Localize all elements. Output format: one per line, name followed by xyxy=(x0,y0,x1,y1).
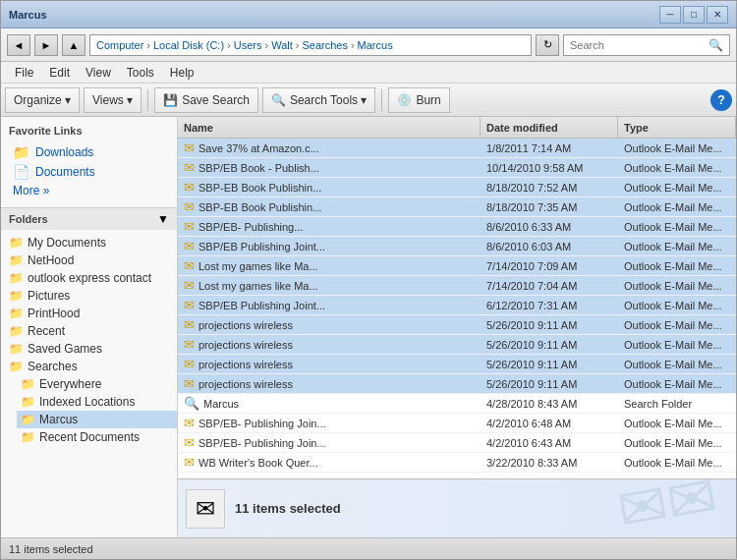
tree-item-savedgames[interactable]: 📁 Saved Games xyxy=(1,340,177,358)
cell-name: ✉ Save 37% at Amazon.c... xyxy=(178,140,481,155)
menu-bar: File Edit View Tools Help xyxy=(1,62,736,84)
email-icon: ✉ xyxy=(184,239,195,253)
organize-button[interactable]: Organize ▾ xyxy=(5,87,80,113)
toolbar: Organize ▾ Views ▾ 💾 Save Search 🔍 Searc… xyxy=(1,84,736,117)
toolbar-separator xyxy=(147,89,148,111)
save-search-icon: 💾 xyxy=(163,93,178,107)
table-row[interactable]: 🔍 Marcus 4/28/2010 8:43 AM Search Folder xyxy=(178,394,736,414)
table-row[interactable]: ✉ SBP/EB- Publishing Join... 4/2/2010 6:… xyxy=(178,414,736,433)
documents-icon: 📄 xyxy=(13,164,29,180)
menu-tools[interactable]: Tools xyxy=(119,64,162,82)
refresh-button[interactable]: ↻ xyxy=(536,34,559,56)
tree-item-everywhere[interactable]: 📁 Everywhere xyxy=(17,375,177,393)
search-input[interactable] xyxy=(570,39,709,51)
email-icon: ✉ xyxy=(184,199,195,214)
cell-name: ✉ SBP/EB Book - Publish... xyxy=(178,160,481,175)
fav-downloads[interactable]: 📁 Downloads xyxy=(9,142,169,162)
cell-date: 8/18/2010 7:52 AM xyxy=(481,182,618,194)
close-button[interactable]: ✕ xyxy=(707,6,728,24)
breadcrumb-walt[interactable]: Walt xyxy=(271,39,293,51)
cell-name: ✉ WB Writer's Book Quer... xyxy=(178,455,481,470)
up-button[interactable]: ▲ xyxy=(62,34,85,56)
folders-section: Folders ▼ 📁 My Documents 📁 NetHood xyxy=(1,207,177,450)
save-search-button[interactable]: 💾 Save Search xyxy=(154,87,258,113)
cell-date: 8/6/2010 6:03 AM xyxy=(481,241,618,252)
tree-item-outlook[interactable]: 📁 outlook express contact xyxy=(1,269,177,287)
tree-item-indexed[interactable]: 📁 Indexed Locations xyxy=(17,393,177,411)
table-row[interactable]: ✉ SBP-EB Book Publishin... 8/18/2010 7:5… xyxy=(178,178,736,197)
cell-type: Outlook E-Mail Me... xyxy=(618,418,736,429)
cell-date: 5/26/2010 9:11 AM xyxy=(481,359,618,370)
cell-date: 5/26/2010 9:11 AM xyxy=(481,378,618,390)
table-row[interactable]: ✉ SBP/EB Publishing Joint... 6/12/2010 7… xyxy=(178,296,736,315)
table-row[interactable]: ✉ projections wireless 5/26/2010 9:11 AM… xyxy=(178,335,736,355)
menu-view[interactable]: View xyxy=(78,64,119,82)
table-row[interactable]: ✉ SBP-EB Book Publishin... 8/18/2010 7:3… xyxy=(178,197,736,217)
file-name-text: Save 37% at Amazon.c... xyxy=(198,142,319,154)
right-panel: Name Date modified Type ✉ Save 37% at Am… xyxy=(178,117,736,537)
table-row[interactable]: ✉ Lost my games like Ma... 7/14/2010 7:0… xyxy=(178,256,736,276)
breadcrumb-users[interactable]: Users xyxy=(234,39,262,51)
folder-icon: 📁 xyxy=(9,324,24,338)
folder-icon: 📁 xyxy=(9,289,24,303)
tree-item-mydocs[interactable]: 📁 My Documents xyxy=(1,234,177,252)
menu-file[interactable]: File xyxy=(7,64,41,82)
tree-item-recent[interactable]: 📁 Recent xyxy=(1,322,177,340)
table-row[interactable]: ✉ WB Writer's Book Quer... 3/22/2010 8:3… xyxy=(178,453,736,473)
email-icon: ✉ xyxy=(184,219,195,234)
table-row[interactable]: ✉ Lost my games like Ma... 7/14/2010 7:0… xyxy=(178,276,736,296)
table-row[interactable]: ✉ SBP/EB Publishing Joint... 8/6/2010 6:… xyxy=(178,237,736,256)
cell-type: Outlook E-Mail Me... xyxy=(618,300,736,311)
maximize-button[interactable]: □ xyxy=(683,6,705,24)
burn-button[interactable]: 💿 Burn xyxy=(388,87,449,113)
menu-edit[interactable]: Edit xyxy=(41,64,78,82)
table-row[interactable]: ✉ Save 37% at Amazon.c... 1/8/2011 7:14 … xyxy=(178,139,736,158)
search-tools-button[interactable]: 🔍 Search Tools ▾ xyxy=(262,87,376,113)
forward-button[interactable]: ► xyxy=(34,34,58,56)
table-row[interactable]: ✉ projections wireless 5/26/2010 9:11 AM… xyxy=(178,355,736,374)
email-icon: ✉ xyxy=(184,278,195,293)
table-row[interactable]: ✉ SBP/EB Book - Publish... 10/14/2010 9:… xyxy=(178,158,736,178)
table-row[interactable]: ✉ projections wireless 5/26/2010 9:11 AM… xyxy=(178,315,736,335)
cell-name: ✉ SBP-EB Book Publishin... xyxy=(178,199,481,214)
address-path[interactable]: Computer › Local Disk (C:) › Users › Wal… xyxy=(89,34,532,56)
email-icon: ✉ xyxy=(184,376,195,391)
toolbar-separator-2 xyxy=(381,89,382,111)
cell-name: ✉ SBP/EB Publishing Joint... xyxy=(178,298,481,312)
fav-documents[interactable]: 📄 Documents xyxy=(9,162,169,182)
col-header-name[interactable]: Name xyxy=(178,117,481,138)
search-box[interactable]: 🔍 xyxy=(563,34,730,56)
file-name-text: SBP/EB- Publishing Join... xyxy=(198,418,326,429)
tree-item-printhood[interactable]: 📁 PrintHood xyxy=(1,305,177,322)
tree-item-searches[interactable]: 📁 Searches xyxy=(1,358,177,375)
more-link[interactable]: More » xyxy=(9,182,169,199)
folder-icon: 📁 xyxy=(21,377,35,391)
breadcrumb-localdisk[interactable]: Local Disk (C:) xyxy=(153,39,224,51)
tree-item-pictures[interactable]: 📁 Pictures xyxy=(1,287,177,305)
table-row[interactable]: ✉ SBP/EB- Publishing... 8/6/2010 6:33 AM… xyxy=(178,217,736,237)
tree-item-recentdocs[interactable]: 📁 Recent Documents xyxy=(17,428,177,446)
col-header-type[interactable]: Type xyxy=(618,117,736,138)
file-rows[interactable]: ✉ Save 37% at Amazon.c... 1/8/2011 7:14 … xyxy=(178,139,736,478)
title-bar: Marcus ─ □ ✕ xyxy=(1,1,736,28)
help-button[interactable]: ? xyxy=(710,89,732,111)
email-icon: ✉ xyxy=(184,258,195,273)
breadcrumb-marcus[interactable]: Marcus xyxy=(358,39,393,51)
folders-header[interactable]: Folders ▼ xyxy=(1,208,177,230)
cell-name: ✉ projections wireless xyxy=(178,317,481,332)
table-row[interactable]: ✉ SBP/EB- Publishing Join... 4/2/2010 6:… xyxy=(178,433,736,453)
breadcrumb-searches[interactable]: Searches xyxy=(302,39,347,51)
views-button[interactable]: Views ▾ xyxy=(84,87,142,113)
col-header-date[interactable]: Date modified xyxy=(481,117,618,138)
tree-item-nethood[interactable]: 📁 NetHood xyxy=(1,252,177,269)
file-name-text: Lost my games like Ma... xyxy=(198,280,318,292)
menu-help[interactable]: Help xyxy=(162,64,202,82)
table-row[interactable]: ✉ projections wireless 5/26/2010 9:11 AM… xyxy=(178,374,736,394)
minimize-button[interactable]: ─ xyxy=(659,6,681,24)
breadcrumb-computer[interactable]: Computer xyxy=(96,39,143,51)
folder-icon: 📁 xyxy=(9,360,24,373)
file-name-text: projections wireless xyxy=(198,319,293,331)
tree-item-marcus[interactable]: 📁 Marcus xyxy=(17,411,177,428)
file-name-text: SBP/EB Book - Publish... xyxy=(198,162,319,174)
back-button[interactable]: ◄ xyxy=(7,34,30,56)
